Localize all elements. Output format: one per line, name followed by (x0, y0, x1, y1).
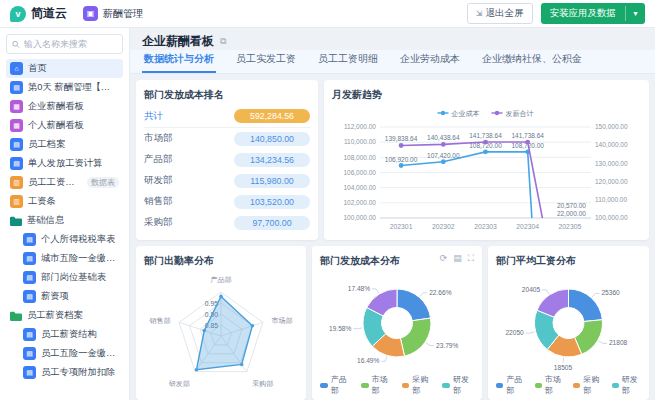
form-icon: ▤ (10, 138, 23, 151)
sidebar-item[interactable]: ▤单人发放工资计算 (6, 154, 123, 173)
svg-text:130,000.00: 130,000.00 (595, 160, 628, 167)
jiandaoyun-logo-icon: v (10, 6, 26, 22)
panel-title: 部门发放成本排名 (144, 88, 310, 102)
page-title: 企业薪酬看板 (142, 33, 214, 50)
exit-fullscreen-button[interactable]: ⇲ 退出全屏 (467, 3, 533, 24)
rank-value-badge: 103,520.00 (234, 195, 310, 209)
rank-row: 销售部103,520.00 (144, 191, 310, 212)
pie-chart: 2536021808185052205020405 (496, 271, 641, 371)
legend-item[interactable]: 研发部 (442, 374, 474, 396)
panel-title: 部门平均工资分布 (496, 254, 641, 268)
svg-text:202302: 202302 (432, 223, 455, 230)
sidebar-item[interactable]: ▤薪资项 (6, 287, 123, 306)
radar-chart: 0.950.900.85产品部市场部采购部研发部销售部 (144, 271, 298, 393)
sidebar-item[interactable]: ▦企业薪酬看板 (6, 97, 123, 116)
legend-label: 市场部 (545, 374, 564, 396)
dashboard-icon: ▦ (10, 100, 23, 113)
search-input[interactable] (24, 39, 117, 49)
svg-text:112,000.00: 112,000.00 (344, 123, 376, 130)
sidebar-group[interactable]: 基础信息 (6, 211, 123, 230)
svg-text:发薪合计: 发薪合计 (506, 110, 534, 118)
sidebar-item-label: 员工薪资结构 (41, 328, 97, 341)
legend-marker (320, 383, 328, 388)
share-icon[interactable]: ⧉ (220, 36, 226, 47)
form-icon: ▤ (23, 233, 36, 246)
sidebar-item[interactable]: ▦个人薪酬看板 (6, 116, 123, 135)
legend-item[interactable]: 采购部 (402, 374, 434, 396)
form-icon: ▤ (23, 290, 36, 303)
dashboard-row-2: 部门出勤率分布 0.950.900.85产品部市场部采购部研发部销售部 部门发放… (136, 246, 649, 400)
tab-4[interactable]: 企业缴纳社保、公积金 (480, 52, 584, 73)
legend-marker (496, 383, 503, 388)
app-name[interactable]: 薪酬管理 (103, 7, 143, 21)
rank-dept-name: 采购部 (144, 216, 173, 229)
tab-0[interactable]: 数据统计与分析 (142, 52, 216, 73)
panel-cost-distribution-pie: 部门发放成本分布 ⟳▤⛶ 22.66%23.79%16.49%19.58%17.… (312, 246, 482, 400)
tab-2[interactable]: 员工工资明细 (316, 52, 380, 73)
data-view-icon[interactable]: ▤ (453, 253, 462, 264)
rank-row: 市场部140,850.00 (144, 128, 310, 149)
svg-text:150,000.00: 150,000.00 (595, 123, 628, 130)
svg-text:202305: 202305 (559, 223, 582, 230)
dashboard-row-1: 部门发放成本排名 共计592,284.56市场部140,850.00产品部134… (136, 80, 649, 240)
svg-text:139,838.64: 139,838.64 (385, 135, 418, 142)
legend-item[interactable]: 产品部 (320, 374, 352, 396)
legend-label: 研发部 (622, 374, 641, 396)
sidebar-item[interactable]: ▤员工档案 (6, 135, 123, 154)
legend-item[interactable]: 市场部 (361, 374, 393, 396)
svg-text:106,000.00: 106,000.00 (343, 169, 376, 176)
svg-text:140,438.64: 140,438.64 (427, 134, 460, 141)
svg-text:21808: 21808 (609, 339, 628, 346)
search-icon (12, 40, 20, 49)
svg-text:采购部: 采购部 (252, 380, 273, 388)
sidebar-item[interactable]: ▤员工薪资结构 (6, 325, 123, 344)
sidebar-item[interactable]: ▤第0天 薪酬管理【必读说明】 (6, 78, 123, 97)
install-app-button[interactable]: 安装应用及数据 ▼ (541, 3, 645, 24)
sidebar-item-label: 第0天 薪酬管理【必读说明】 (28, 81, 119, 94)
sidebar-item[interactable]: ▤个人所得税税率表 (6, 230, 123, 249)
sidebar-item[interactable]: ▤城市五险一金缴纳比例 (6, 249, 123, 268)
legend-marker (442, 383, 450, 388)
page-head: 企业薪酬看板 ⧉ (130, 28, 655, 50)
sidebar-item[interactable]: ▤员工专项附加扣除 (6, 363, 123, 382)
chart-toolbar: ⟳▤⛶ (440, 253, 474, 264)
sidebar-item-label: 企业薪酬看板 (28, 100, 84, 113)
sidebar-item[interactable]: ▤部门岗位基础表 (6, 268, 123, 287)
rank-dept-name: 产品部 (144, 153, 173, 166)
rank-row: 采购部97,700.00 (144, 212, 310, 233)
legend-item[interactable]: 采购部 (573, 374, 603, 396)
legend-label: 采购部 (583, 374, 602, 396)
sidebar-item[interactable]: ⌂首页 (6, 59, 123, 78)
doc-icon: ▤ (10, 81, 23, 94)
tab-3[interactable]: 企业劳动成本 (398, 52, 462, 73)
exit-fullscreen-label: 退出全屏 (486, 7, 524, 20)
chevron-down-icon[interactable]: ▼ (625, 6, 645, 21)
sidebar-item[interactable]: ▥员工工资明细数据表 (6, 173, 123, 192)
sidebar-item-label: 单人发放工资计算 (28, 157, 102, 170)
sidebar-item[interactable]: ▥工资条 (6, 192, 123, 211)
legend-item[interactable]: 市场部 (535, 374, 565, 396)
rank-row: 产品部134,234.56 (144, 149, 310, 170)
dashboard-content: 部门发放成本排名 共计592,284.56市场部140,850.00产品部134… (130, 74, 655, 400)
form-icon: ▤ (23, 271, 36, 284)
legend-item[interactable]: 产品部 (496, 374, 526, 396)
refresh-icon[interactable]: ⟳ (440, 253, 448, 264)
rank-row: 研发部115,980.00 (144, 170, 310, 191)
svg-text:18505: 18505 (554, 364, 573, 371)
legend-item[interactable]: 研发部 (612, 374, 642, 396)
fullscreen-icon[interactable]: ⛶ (468, 253, 474, 264)
sidebar-group[interactable]: 员工薪资档案 (6, 306, 123, 325)
tab-1[interactable]: 员工实发工资 (234, 52, 298, 73)
legend-marker (612, 383, 619, 388)
folder-icon (10, 216, 22, 226)
legend-label: 采购部 (412, 374, 433, 396)
sidebar-item-label: 员工专项附加扣除 (41, 366, 115, 379)
pie-legend: 产品部市场部采购部研发部 (320, 374, 474, 396)
sidebar-item[interactable]: ▤员工五险一金缴纳基数 (6, 344, 123, 363)
svg-text:110,000.00: 110,000.00 (595, 196, 627, 203)
radar-chart-host: 0.950.900.85产品部市场部采购部研发部销售部 (144, 271, 298, 395)
svg-text:100,000.00: 100,000.00 (343, 214, 376, 221)
sidebar-search[interactable] (6, 34, 123, 54)
pie-chart: 22.66%23.79%16.49%19.58%17.48% (320, 271, 474, 371)
legend-marker (573, 383, 580, 388)
